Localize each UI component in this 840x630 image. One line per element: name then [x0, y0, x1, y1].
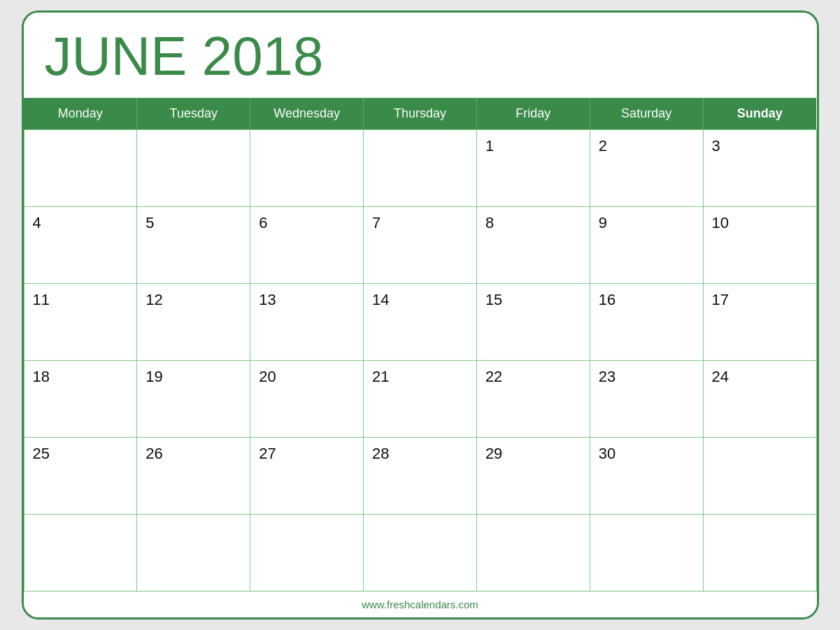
- date-number: 19: [145, 368, 162, 385]
- calendar-cell[interactable]: 14: [364, 283, 477, 360]
- calendar-cell[interactable]: 18: [24, 360, 137, 437]
- date-number: 14: [372, 291, 389, 308]
- date-number: 22: [485, 368, 502, 385]
- calendar-week-row: 11121314151617: [24, 283, 816, 360]
- day-header-monday: Monday: [24, 98, 137, 130]
- calendar-cell[interactable]: 8: [476, 206, 590, 283]
- calendar-week-row: 45678910: [24, 206, 816, 283]
- calendar-cell[interactable]: [703, 437, 816, 514]
- date-number: 12: [145, 291, 162, 308]
- date-number: 16: [599, 291, 615, 308]
- calendar-cell[interactable]: [250, 129, 364, 206]
- date-number: 30: [599, 445, 615, 462]
- calendar-cell[interactable]: 30: [590, 437, 703, 514]
- date-number: 9: [599, 214, 607, 231]
- calendar-cell[interactable]: 15: [476, 283, 590, 360]
- calendar-cell[interactable]: [476, 514, 590, 591]
- date-number: 1: [485, 137, 494, 155]
- calendar-cell[interactable]: 12: [137, 283, 250, 360]
- calendar-cell[interactable]: [364, 129, 477, 206]
- calendar-cell[interactable]: 25: [24, 437, 137, 514]
- calendar-cell[interactable]: [24, 514, 137, 591]
- date-number: 6: [259, 214, 267, 231]
- calendar-cell[interactable]: 3: [703, 129, 816, 206]
- date-number: 26: [145, 445, 162, 462]
- date-number: 8: [485, 214, 494, 231]
- day-header-sunday: Sunday: [703, 98, 816, 130]
- date-number: 5: [145, 214, 154, 231]
- date-number: 7: [372, 214, 380, 231]
- calendar-thead: MondayTuesdayWednesdayThursdayFridaySatu…: [24, 98, 816, 130]
- calendar-cell[interactable]: 4: [24, 206, 137, 283]
- calendar-cell[interactable]: [24, 129, 137, 206]
- calendar-cell[interactable]: 19: [137, 360, 250, 437]
- calendar-cell[interactable]: 29: [476, 437, 590, 514]
- calendar-cell[interactable]: [137, 129, 250, 206]
- calendar-cell[interactable]: 13: [250, 283, 364, 360]
- calendar-cell[interactable]: [250, 514, 364, 591]
- date-number: 29: [485, 445, 502, 462]
- date-number: 23: [599, 368, 615, 385]
- calendar-cell[interactable]: 10: [703, 206, 816, 283]
- calendar-cell[interactable]: 11: [24, 283, 137, 360]
- calendar-cell[interactable]: 16: [590, 283, 703, 360]
- days-header-row: MondayTuesdayWednesdayThursdayFridaySatu…: [24, 98, 816, 130]
- calendar-week-row: [24, 514, 816, 591]
- calendar-cell[interactable]: 1: [476, 129, 590, 206]
- calendar-cell[interactable]: 5: [137, 206, 250, 283]
- calendar-cell[interactable]: 9: [590, 206, 703, 283]
- calendar-cell[interactable]: 20: [250, 360, 364, 437]
- day-header-tuesday: Tuesday: [137, 98, 250, 130]
- calendar-cell[interactable]: 2: [590, 129, 703, 206]
- calendar-cell[interactable]: 23: [590, 360, 703, 437]
- date-number: 2: [599, 137, 607, 155]
- calendar-cell[interactable]: 7: [364, 206, 477, 283]
- day-header-thursday: Thursday: [364, 98, 477, 130]
- calendar-cell[interactable]: [590, 514, 703, 591]
- date-number: 17: [712, 291, 729, 308]
- date-number: 28: [372, 445, 389, 462]
- calendar-cell[interactable]: 17: [703, 283, 816, 360]
- calendar-cell[interactable]: [703, 514, 816, 591]
- date-number: 13: [259, 291, 276, 308]
- calendar-cell[interactable]: 22: [476, 360, 590, 437]
- date-number: 3: [712, 137, 720, 155]
- calendar-title: JUNE 2018: [45, 27, 796, 87]
- calendar-cell[interactable]: 24: [703, 360, 816, 437]
- calendar-body: 1234567891011121314151617181920212223242…: [24, 129, 816, 591]
- date-number: 15: [485, 291, 502, 308]
- calendar-cell[interactable]: 6: [250, 206, 364, 283]
- calendar-container: JUNE 2018 MondayTuesdayWednesdayThursday…: [22, 10, 819, 620]
- calendar-cell[interactable]: 26: [137, 437, 250, 514]
- day-header-friday: Friday: [476, 98, 590, 130]
- calendar-table: MondayTuesdayWednesdayThursdayFridaySatu…: [24, 98, 817, 592]
- date-number: 27: [259, 445, 276, 462]
- date-number: 4: [33, 214, 41, 231]
- day-header-saturday: Saturday: [590, 98, 703, 130]
- calendar-cell[interactable]: 27: [250, 437, 364, 514]
- date-number: 25: [33, 445, 50, 462]
- calendar-header: JUNE 2018: [24, 13, 817, 98]
- calendar-footer: www.freshcalendars.com: [24, 592, 817, 617]
- calendar-cell[interactable]: [137, 514, 250, 591]
- date-number: 20: [259, 368, 276, 385]
- calendar-cell[interactable]: 21: [364, 360, 477, 437]
- date-number: 11: [33, 291, 50, 308]
- calendar-week-row: 252627282930: [24, 437, 816, 514]
- calendar-week-row: 18192021222324: [24, 360, 816, 437]
- date-number: 18: [33, 368, 50, 385]
- date-number: 10: [712, 214, 729, 231]
- day-header-wednesday: Wednesday: [250, 98, 364, 130]
- date-number: 21: [372, 368, 389, 385]
- date-number: 24: [712, 368, 729, 385]
- calendar-cell[interactable]: 28: [364, 437, 477, 514]
- calendar-cell[interactable]: [364, 514, 477, 591]
- calendar-week-row: 123: [24, 129, 816, 206]
